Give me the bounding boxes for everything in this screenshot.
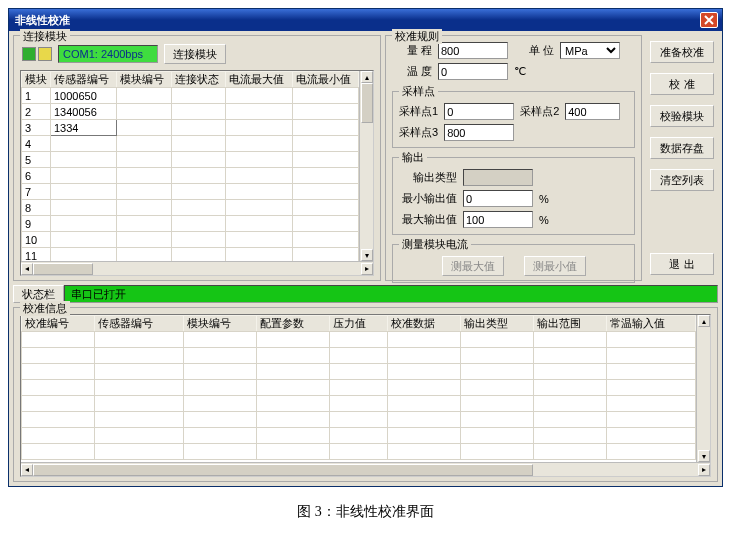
output-fieldset: 输出 输出类型 最小输出值 % 最大输出值 % [392,150,635,235]
col-imin[interactable]: 电流最小值 [292,72,358,88]
sensor-id-editing-cell[interactable]: 1334 [51,120,117,136]
col-output-range[interactable]: 输出范围 [533,316,606,332]
rules-group-label: 校准规则 [392,29,442,44]
exit-button[interactable]: 退 出 [650,253,714,275]
sp2-input[interactable] [565,103,620,120]
col-output-type[interactable]: 输出类型 [460,316,533,332]
out-max-input[interactable] [463,211,533,228]
measure-max-button[interactable]: 测最大值 [442,256,504,276]
port-icons [22,47,52,61]
scroll-down-icon[interactable]: ▾ [698,450,710,462]
out-type-input[interactable] [463,169,533,186]
module-grid-hscroll[interactable]: ◂ ▸ [21,261,373,275]
sp1-label: 采样点1 [399,104,438,119]
table-row[interactable] [22,412,696,428]
prepare-calibration-button[interactable]: 准备校准 [650,41,714,63]
table-row[interactable]: 6 [22,168,359,184]
sp1-input[interactable] [444,103,514,120]
connect-button[interactable]: 连接模块 [164,44,226,64]
sample-legend: 采样点 [399,84,438,99]
scroll-up-icon[interactable]: ▴ [698,315,710,327]
col-config-params[interactable]: 配置参数 [257,316,330,332]
verify-module-button[interactable]: 校验模块 [650,105,714,127]
port-icon-yellow [38,47,52,61]
unit-select[interactable]: MPa [560,42,620,59]
col-sensor-id[interactable]: 传感器编号 [51,72,117,88]
col-calib-data[interactable]: 校准数据 [387,316,460,332]
scroll-thumb[interactable] [33,263,93,275]
col-pressure[interactable]: 压力值 [330,316,387,332]
col-conn-state[interactable]: 连接状态 [171,72,226,88]
scroll-down-icon[interactable]: ▾ [361,249,373,261]
window-title: 非线性校准 [13,13,70,28]
table-row[interactable]: 11 [22,248,359,262]
close-button[interactable] [700,12,718,28]
module-table[interactable]: 模块 传感器编号 模块编号 连接状态 电流最大值 电流最小值 11000650 … [21,71,359,261]
table-row[interactable] [22,332,696,348]
measure-min-button[interactable]: 测最小值 [524,256,586,276]
table-row[interactable]: 4 [22,136,359,152]
table-row[interactable]: 8 [22,200,359,216]
status-value: 串口已打开 [64,285,718,303]
save-data-button[interactable]: 数据存盘 [650,137,714,159]
sp2-label: 采样点2 [520,104,559,119]
table-row[interactable] [22,364,696,380]
table-row[interactable]: 21340056 [22,104,359,120]
out-type-label: 输出类型 [399,170,457,185]
temp-input[interactable] [438,63,508,80]
calibration-info-group: 校准信息 校准编号 传感器编号 模块编号 配置参数 压力值 校准数据 [13,307,718,482]
info-grid-hscroll[interactable]: ◂ ▸ [21,462,710,476]
scroll-right-icon[interactable]: ▸ [698,464,710,476]
out-min-unit: % [539,193,549,205]
info-grid-vscroll[interactable]: ▴ ▾ [696,315,710,462]
port-icon-green [22,47,36,61]
scroll-left-icon[interactable]: ◂ [21,464,33,476]
col-calib-id[interactable]: 校准编号 [22,316,95,332]
calibration-rules-group: 校准规则 量 程 单 位 MPa 温 度 ℃ 采样点 采样点1 [385,35,642,281]
scroll-right-icon[interactable]: ▸ [361,263,373,275]
table-row[interactable]: 11000650 [22,88,359,104]
table-row[interactable] [22,348,696,364]
table-row[interactable]: 10 [22,232,359,248]
table-row[interactable]: 7 [22,184,359,200]
col-module-id[interactable]: 模块编号 [117,72,172,88]
table-header-row: 模块 传感器编号 模块编号 连接状态 电流最大值 电流最小值 [22,72,359,88]
range-input[interactable] [438,42,508,59]
output-legend: 输出 [399,150,427,165]
out-min-input[interactable] [463,190,533,207]
table-row[interactable]: 5 [22,152,359,168]
table-row[interactable]: 31334 [22,120,359,136]
table-row[interactable] [22,380,696,396]
table-row[interactable] [22,444,696,460]
info-table[interactable]: 校准编号 传感器编号 模块编号 配置参数 压力值 校准数据 输出类型 输出范围 … [21,315,696,460]
col-roomtemp-input[interactable]: 常温输入值 [607,316,696,332]
col-module-id[interactable]: 模块编号 [184,316,257,332]
scroll-up-icon[interactable]: ▴ [361,71,373,83]
col-module[interactable]: 模块 [22,72,51,88]
col-sensor-id[interactable]: 传感器编号 [95,316,184,332]
connect-group: 连接模块 COM1: 2400bps 连接模块 模块 [13,35,381,281]
temp-label: 温 度 [392,64,432,79]
table-row[interactable]: 9 [22,216,359,232]
scroll-thumb[interactable] [361,83,373,123]
app-window: 非线性校准 连接模块 COM1: 2400bps 连接模块 [8,8,723,487]
com-indicator: COM1: 2400bps [58,45,158,63]
range-label: 量 程 [392,43,432,58]
info-group-label: 校准信息 [20,301,70,316]
table-row[interactable] [22,428,696,444]
connect-group-label: 连接模块 [20,29,70,44]
measure-current-fieldset: 测量模块电流 测最大值 测最小值 [392,237,635,283]
status-bar: 状态栏 串口已打开 [13,285,718,303]
action-buttons-panel: 准备校准 校 准 校验模块 数据存盘 清空列表 退 出 [646,35,718,281]
clear-list-button[interactable]: 清空列表 [650,169,714,191]
calibrate-button[interactable]: 校 准 [650,73,714,95]
scroll-thumb[interactable] [33,464,533,476]
module-grid-vscroll[interactable]: ▴ ▾ [359,71,373,261]
table-row[interactable] [22,396,696,412]
sp3-input[interactable] [444,124,514,141]
table-header-row: 校准编号 传感器编号 模块编号 配置参数 压力值 校准数据 输出类型 输出范围 … [22,316,696,332]
scroll-left-icon[interactable]: ◂ [21,263,33,275]
out-min-label: 最小输出值 [399,191,457,206]
info-grid: 校准编号 传感器编号 模块编号 配置参数 压力值 校准数据 输出类型 输出范围 … [20,314,711,477]
col-imax[interactable]: 电流最大值 [226,72,292,88]
